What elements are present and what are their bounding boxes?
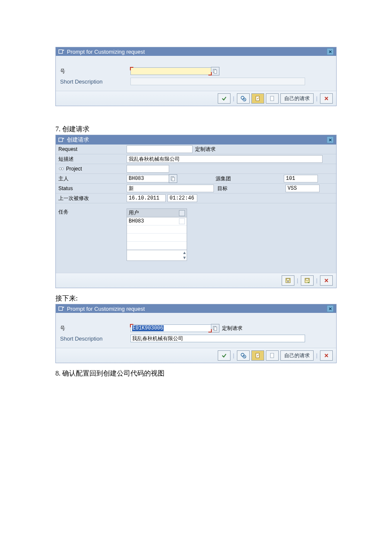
- save-button[interactable]: [282, 275, 294, 286]
- cancel-button[interactable]: [320, 93, 333, 104]
- label-short-desc: Short Description: [60, 78, 130, 85]
- tasks-col-user: 用户: [129, 209, 139, 217]
- prompt-dialog-1: Prompt for Customizing request ✕ 号 Short…: [55, 47, 337, 106]
- project-input[interactable]: [127, 165, 169, 173]
- label-shortdesc: 短描述: [56, 156, 127, 163]
- svg-rect-19: [214, 327, 217, 330]
- f4-help-button[interactable]: [211, 67, 219, 75]
- cancel-button[interactable]: [320, 275, 333, 286]
- confirm-button[interactable]: [218, 350, 231, 361]
- create-button[interactable]: [251, 93, 264, 104]
- task-row[interactable]: [127, 234, 187, 242]
- label-short-desc: Short Description: [60, 335, 130, 342]
- dialog-icon: [58, 137, 64, 143]
- label-type: 定制请求: [222, 325, 242, 332]
- dialog-titlebar: Prompt for Customizing request ✕: [56, 304, 336, 313]
- label-number: 号: [60, 325, 130, 332]
- svg-point-3: [241, 96, 244, 99]
- short-desc-input[interactable]: [130, 78, 305, 85]
- svg-point-9: [61, 168, 63, 170]
- owner-input[interactable]: BH083: [127, 175, 169, 182]
- f4-help-button[interactable]: [211, 324, 219, 332]
- create-button[interactable]: [251, 350, 264, 361]
- section-8: 8. 确认配置回到创建公司代码的视图: [55, 366, 337, 379]
- confirm-button[interactable]: [218, 93, 231, 104]
- lastchanged-date: 16.10.2011: [127, 194, 166, 202]
- request-input[interactable]: [127, 145, 193, 153]
- prompt-dialog-2: Prompt for Customizing request ✕ 号 E01K9…: [55, 304, 337, 363]
- svg-rect-0: [59, 50, 63, 54]
- close-icon[interactable]: ✕: [327, 136, 334, 143]
- display-button[interactable]: [237, 93, 250, 104]
- dialog-titlebar: Prompt for Customizing request ✕: [56, 47, 336, 56]
- short-desc-input[interactable]: 我乱春秋机械有限公司: [130, 335, 305, 342]
- svg-rect-6: [271, 96, 274, 101]
- task-row[interactable]: [127, 242, 187, 250]
- new-button[interactable]: [266, 93, 279, 104]
- create-request-dialog: 创建请求 ✕ Request 定制请求 短描述 我乱春秋机械有限公司 Proje…: [55, 135, 337, 288]
- svg-point-20: [241, 353, 244, 356]
- checkbox-icon[interactable]: [179, 218, 185, 224]
- label-project: Project: [56, 166, 127, 172]
- label-source: 源集团: [216, 175, 241, 182]
- svg-rect-14: [287, 281, 289, 283]
- dialog-title: Prompt for Customizing request: [67, 49, 145, 55]
- svg-point-8: [59, 168, 61, 170]
- tasks-table: 用户 BH083 ▲ ▼: [127, 208, 187, 261]
- dialog-titlebar: 创建请求 ✕: [56, 135, 336, 145]
- shortdesc-input[interactable]: 我乱春秋机械有限公司: [127, 155, 323, 163]
- lastchanged-time: 01:22:46: [167, 194, 197, 202]
- svg-rect-17: [59, 307, 63, 311]
- svg-rect-7: [59, 138, 63, 142]
- scroll-up-icon[interactable]: ▲: [126, 250, 187, 255]
- dialog-title: 创建请求: [67, 136, 89, 144]
- status-input: 新: [127, 185, 214, 192]
- target-input[interactable]: VSS: [285, 185, 320, 192]
- number-input[interactable]: E01K903006: [130, 324, 211, 332]
- dialog-icon: [58, 49, 64, 55]
- scroll-down-icon[interactable]: ▼: [126, 255, 187, 260]
- task-row[interactable]: BH083: [127, 217, 187, 225]
- new-button[interactable]: [266, 350, 279, 361]
- tasks-col-marker: [179, 210, 185, 216]
- label-lastchanged: 上一次被修改: [56, 195, 127, 202]
- own-requests-button[interactable]: 自己的请求: [280, 350, 314, 361]
- svg-rect-16: [306, 279, 308, 280]
- label-target: 目标: [217, 185, 243, 192]
- number-input[interactable]: [130, 67, 211, 75]
- display-button[interactable]: [237, 350, 250, 361]
- label-number: 号: [60, 68, 130, 75]
- next-label: 接下来:: [55, 291, 337, 304]
- section-7: 7. 创建请求: [55, 121, 337, 135]
- own-requests-button[interactable]: 自己的请求: [280, 93, 314, 104]
- label-owner: 主人: [56, 175, 127, 182]
- dialog-footer: | 自己的请求 |: [56, 348, 336, 363]
- request-type: 定制请求: [195, 146, 216, 153]
- source-input[interactable]: 101: [284, 175, 318, 182]
- save-as-button[interactable]: [301, 275, 314, 286]
- f4-owner-button[interactable]: [169, 174, 177, 183]
- dialog-footer: | 自己的请求 |: [56, 91, 336, 106]
- dialog-title: Prompt for Customizing request: [67, 306, 145, 312]
- svg-rect-2: [214, 70, 217, 73]
- task-row[interactable]: [127, 225, 187, 234]
- label-status: Status: [56, 185, 127, 191]
- cancel-button[interactable]: [320, 350, 333, 361]
- label-tasks: 任务: [56, 208, 127, 216]
- svg-rect-13: [286, 279, 289, 280]
- dialog-icon: [58, 306, 64, 312]
- label-request: Request: [56, 146, 127, 152]
- close-icon[interactable]: ✕: [327, 48, 334, 55]
- dialog-footer: | |: [56, 273, 336, 288]
- svg-rect-11: [172, 177, 175, 181]
- close-icon[interactable]: ✕: [327, 305, 334, 312]
- svg-rect-23: [271, 353, 274, 358]
